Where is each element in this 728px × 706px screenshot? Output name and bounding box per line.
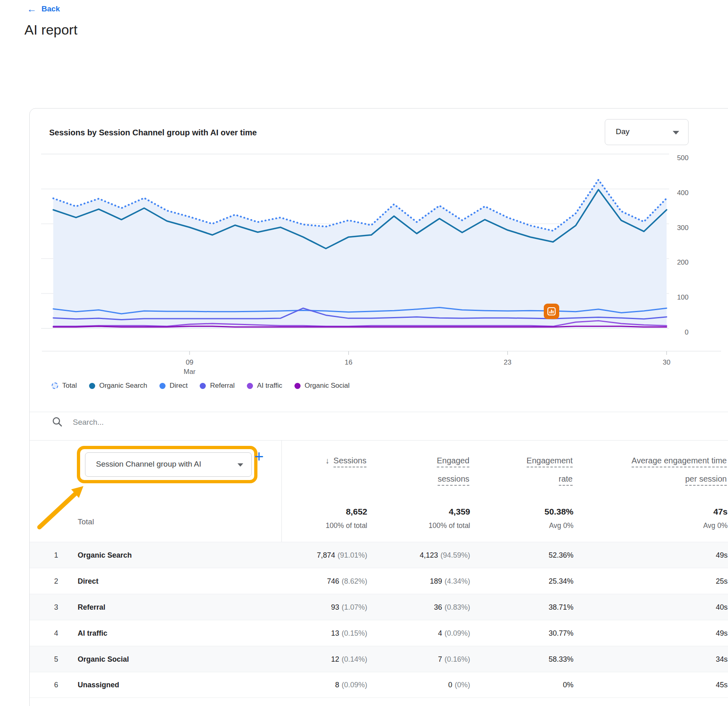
svg-text:09: 09 [186,358,194,366]
column-header-engaged-sessions[interactable]: Engaged sessions [437,453,469,486]
totals-engaged-sessions: 4,359 100% of total [429,507,470,530]
legend-label: Total [62,382,77,390]
row-channel-name: AI traffic [78,629,107,637]
totals-row: Total 8,652 100% of total 4,359 100% of … [30,499,728,542]
legend-item-direct[interactable]: Direct [159,382,187,390]
column-header-label: Sessions [333,456,366,467]
table-row[interactable]: 5 Organic Social 12(0.14%) 7(0.16%) 58.3… [30,646,728,672]
row-avg-engagement-time: 34s [716,655,728,663]
referral-series-marker [200,383,206,389]
sort-descending-icon[interactable]: ↓ [325,456,329,465]
row-sessions: 7,874(91.01%) [317,551,367,559]
svg-text:16: 16 [345,358,353,366]
row-engagement-rate: 0% [563,681,573,689]
row-channel-name: Direct [78,577,98,585]
divider [30,412,728,412]
column-header-label: rate [559,474,573,486]
row-avg-engagement-time: 45s [716,681,728,689]
totals-engagement-rate: 50.38% Avg 0% [545,507,573,530]
row-engaged-sessions: 7(0.16%) [438,655,470,663]
legend-label: AI traffic [257,382,282,390]
row-engaged-sessions: 36(0.83%) [434,603,470,611]
row-engagement-rate: 30.77% [549,629,573,637]
legend-label: Organic Social [305,382,350,390]
column-header-label: Engagement [527,456,573,467]
row-avg-engagement-time: 49s [716,629,728,637]
row-rank: 5 [50,655,62,663]
row-engaged-sessions: 189(4.34%) [430,577,470,585]
row-engaged-sessions: 0(0%) [448,681,470,689]
table-row[interactable]: 2 Direct 746(8.62%) 189(4.34%) 25.34% 25… [30,568,728,594]
row-rank: 1 [50,551,62,559]
table-row[interactable]: 1 Organic Search 7,874(91.01%) 4,123(94.… [30,542,728,568]
ai-traffic-series-marker [247,383,253,389]
svg-text:30: 30 [663,358,671,366]
divider [30,440,728,441]
add-dimension-button[interactable]: + [254,448,264,465]
dimension-value: Session Channel group with AI [96,460,201,469]
legend-label: Referral [210,382,234,390]
column-header-engagement-rate[interactable]: Engagement rate [527,453,573,486]
column-header-sessions[interactable]: ↓Sessions [325,453,366,468]
organic-search-series-marker [89,383,95,389]
row-channel-name: Organic Search [78,551,132,559]
column-header-avg-engagement-time[interactable]: Average engagement time per session [632,453,727,486]
svg-text:0: 0 [685,328,689,336]
row-channel-name: Unassigned [78,681,119,689]
legend-item-organic-search[interactable]: Organic Search [89,382,147,390]
table-row[interactable]: 6 Unassigned 8(0.09%) 0(0%) 0% 45s [30,672,728,698]
total-series-marker [52,382,58,389]
table-row[interactable]: 4 AI traffic 13(0.15%) 4(0.09%) 30.77% 4… [30,620,728,646]
row-sessions: 746(8.62%) [327,577,367,585]
row-avg-engagement-time: 49s [716,551,728,559]
svg-text:200: 200 [677,259,689,266]
totals-sessions: 8,652 100% of total [326,507,367,530]
svg-text:100: 100 [677,293,689,301]
totals-label: Total [78,517,94,526]
svg-text:Mar: Mar [183,368,196,374]
chart-legend: Total Organic Search Direct Referral AI … [52,382,350,390]
svg-text:500: 500 [677,154,689,162]
svg-text:400: 400 [677,189,689,197]
legend-item-referral[interactable]: Referral [200,382,234,390]
row-sessions: 93(1.07%) [331,603,367,611]
sessions-line-chart[interactable]: 010020030040050009Mar162330 [30,135,728,374]
report-card: Sessions by Session Channel group with A… [29,108,728,706]
chevron-down-icon [238,463,243,467]
row-engagement-rate: 38.71% [549,603,573,611]
row-engaged-sessions: 4,123(94.59%) [420,551,470,559]
svg-text:23: 23 [504,358,512,366]
column-header-label: per session [685,474,727,486]
svg-text:300: 300 [677,224,689,232]
back-button[interactable]: ← Back [27,4,60,14]
dimension-dropdown[interactable]: Session Channel group with AI [85,452,252,477]
chart-canvas[interactable]: 010020030040050009Mar162330 [30,135,728,374]
insight-marker-icon[interactable] [544,304,559,319]
row-sessions: 12(0.14%) [331,655,367,663]
search-icon [52,416,63,429]
row-channel-name: Referral [78,603,105,611]
row-engaged-sessions: 4(0.09%) [438,629,470,637]
row-rank: 4 [50,629,62,637]
legend-item-organic-social[interactable]: Organic Social [294,382,350,390]
row-engagement-rate: 58.33% [549,655,573,663]
row-channel-name: Organic Social [78,655,129,663]
row-engagement-rate: 52.36% [549,551,573,559]
row-avg-engagement-time: 40s [716,603,728,611]
legend-item-ai-traffic[interactable]: AI traffic [247,382,282,390]
row-engagement-rate: 25.34% [549,577,573,585]
table-body: 1 Organic Search 7,874(91.01%) 4,123(94.… [30,542,728,698]
legend-label: Direct [170,382,187,390]
row-rank: 6 [50,681,62,689]
row-rank: 2 [50,577,62,585]
row-avg-engagement-time: 25s [716,577,728,585]
search-input[interactable] [73,414,357,430]
totals-avg-engagement-time: 47s Avg 0% [703,507,728,530]
legend-item-total[interactable]: Total [52,382,77,390]
column-header-label: Average engagement time [632,456,727,467]
bar-chart-glyph [547,306,556,316]
column-header-label: Engaged [437,456,469,467]
back-label: Back [41,4,60,13]
back-arrow-icon: ← [27,4,37,14]
table-row[interactable]: 3 Referral 93(1.07%) 36(0.83%) 38.71% 40… [30,594,728,620]
